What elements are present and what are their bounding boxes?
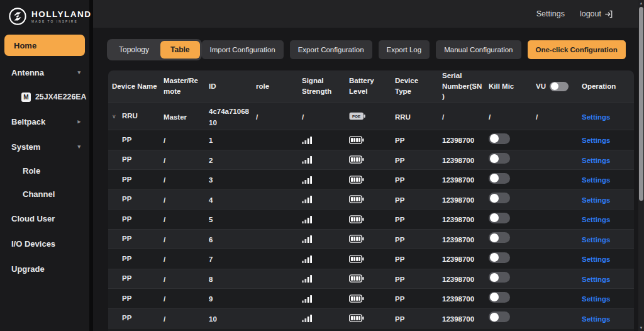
cell-id: 1: [205, 134, 252, 145]
one-click-configuration-button[interactable]: One-click Configuration: [528, 40, 626, 59]
row-settings-link[interactable]: Settings: [582, 295, 610, 303]
table-row[interactable]: PP/7PP12398700Settings: [108, 249, 634, 269]
row-settings-link[interactable]: Settings: [582, 196, 610, 204]
cell-battery: [345, 314, 391, 322]
scrollbar-thumb[interactable]: [639, 7, 643, 201]
table-row-rru[interactable]: ∨RRUMaster4c74a7106810//POERRU///Setting…: [108, 102, 634, 130]
brand-name: HOLLYLAND: [31, 9, 92, 19]
sidebar-item-channel[interactable]: Channel: [0, 182, 89, 206]
row-settings-link[interactable]: Settings: [582, 216, 610, 223]
sidebar-item-label: Role: [23, 166, 40, 176]
cell-signal: [298, 255, 345, 263]
kill-mic-toggle[interactable]: [489, 173, 510, 184]
kill-mic-toggle[interactable]: [489, 252, 510, 263]
cell-master-remote: /: [160, 194, 205, 205]
row-expand-chevron-icon[interactable]: ∨: [112, 113, 122, 120]
kill-mic-toggle[interactable]: [489, 272, 510, 283]
topbar-settings-link[interactable]: Settings: [536, 9, 565, 18]
topbar-logout-link[interactable]: logout: [580, 9, 613, 18]
row-settings-link[interactable]: Settings: [582, 157, 610, 164]
scrollbar-down-arrow[interactable]: ▼: [638, 325, 644, 331]
sidebar-item-system[interactable]: System▾: [0, 134, 89, 159]
row-settings-link[interactable]: Settings: [582, 137, 610, 144]
table-row[interactable]: PP/2PP12398700Settings: [108, 150, 634, 170]
export-log-button[interactable]: Export Log: [379, 40, 430, 59]
table-row[interactable]: PP/8PP12398700Settings: [108, 269, 634, 289]
cell-master-remote: /: [160, 253, 205, 264]
export-configuration-button[interactable]: Export Configuration: [290, 40, 372, 59]
signal-strength-icon: [302, 235, 343, 243]
cell-device-type: PP: [391, 273, 438, 284]
cell-device-type: PP: [391, 233, 438, 245]
kill-mic-toggle[interactable]: [489, 133, 510, 144]
row-settings-link[interactable]: Settings: [582, 315, 610, 323]
view-toggle-table[interactable]: Table: [160, 41, 199, 59]
table-row[interactable]: PP/9PP12398700Settings: [108, 288, 634, 308]
row-settings-link[interactable]: Settings: [582, 113, 610, 121]
cell-text: 3: [209, 176, 213, 184]
signal-strength-icon: [302, 255, 343, 263]
kill-mic-toggle[interactable]: [489, 153, 510, 164]
sidebar-item-label: Upgrade: [11, 264, 45, 274]
sidebar-item-role[interactable]: Role: [0, 159, 89, 182]
cell-device-type: PP: [391, 253, 438, 264]
scrollbar-up-arrow[interactable]: ▲: [638, 0, 644, 6]
table-row[interactable]: PP/5PP12398700Settings: [108, 209, 634, 229]
cell-master-remote: Master: [160, 111, 205, 122]
kill-mic-toggle[interactable]: [489, 213, 510, 223]
device-name-text: PP: [122, 294, 131, 303]
logout-icon: [604, 10, 613, 18]
sidebar-item-cloud-user[interactable]: Cloud User: [0, 206, 89, 231]
device-name-text: RRU: [122, 111, 138, 121]
cell-device-type: PP: [391, 174, 438, 185]
sidebar-item-upgrade[interactable]: Upgrade: [0, 256, 89, 281]
cell-signal: [298, 176, 345, 184]
cell-device-name: PP: [108, 175, 160, 184]
battery-full-icon: [349, 274, 389, 283]
cell-master-remote: /: [160, 273, 205, 284]
row-settings-link[interactable]: Settings: [582, 176, 610, 184]
view-toggle-topology[interactable]: Topology: [109, 41, 159, 59]
cell-text: PP: [395, 295, 404, 303]
table-row[interactable]: PP/10PP12398700Settings: [108, 308, 634, 328]
cell-text: /: [442, 113, 444, 121]
vu-toggle[interactable]: [550, 82, 569, 91]
column-header-label: VU: [536, 81, 546, 92]
row-settings-link[interactable]: Settings: [582, 255, 610, 263]
table-row[interactable]: PP/4PP12398700Settings: [108, 189, 634, 210]
cell-text: 7: [209, 255, 213, 263]
table-row[interactable]: PP/1PP12398700Settings: [108, 130, 634, 150]
cell-device-type: PP: [391, 134, 438, 145]
chevron-right-icon: ▸: [77, 118, 80, 125]
row-settings-link[interactable]: Settings: [582, 276, 610, 283]
cell-text: 6: [209, 236, 213, 244]
toggle-knob: [490, 313, 499, 322]
table-row[interactable]: PP/3PP12398700Settings: [108, 169, 634, 189]
manual-configuration-button[interactable]: Manual Configuration: [436, 40, 521, 59]
sidebar-item-home[interactable]: Home: [4, 35, 85, 56]
sidebar-item-antenna[interactable]: Antenna▾: [0, 60, 89, 85]
cell-battery: [345, 255, 391, 263]
kill-mic-toggle[interactable]: [489, 232, 510, 243]
column-header-device-name: Device Name: [108, 81, 160, 92]
column-header-label: Device Name: [112, 82, 157, 90]
hollyland-logo-icon: [8, 7, 27, 26]
brand-tagline: MADE TO INSPIRE: [31, 20, 92, 23]
sidebar-item-25jx4e226ea[interactable]: M25JX4E226EA: [0, 85, 89, 109]
column-header-label: role: [256, 82, 269, 90]
kill-mic-toggle[interactable]: [489, 311, 510, 322]
sidebar-item-beltpack[interactable]: Beltpack▸: [0, 109, 89, 134]
kill-mic-toggle[interactable]: [489, 292, 510, 303]
device-name-text: PP: [122, 234, 131, 244]
import-configuration-button[interactable]: Import Configuration: [202, 40, 284, 59]
config-buttons: Import ConfigurationExport Configuration…: [202, 40, 626, 59]
cell-device-name: PP: [108, 294, 160, 303]
row-settings-link[interactable]: Settings: [582, 236, 610, 244]
cell-text: 2: [209, 157, 213, 164]
table-row[interactable]: PP/6PP12398700Settings: [108, 229, 634, 249]
cell-text: PP: [395, 236, 404, 244]
sidebar-item-i-o-devices[interactable]: I/O Devices: [0, 231, 89, 256]
sidebar-item-label: System: [11, 142, 40, 152]
cell-operation: Settings: [578, 111, 634, 122]
kill-mic-toggle[interactable]: [489, 193, 510, 203]
